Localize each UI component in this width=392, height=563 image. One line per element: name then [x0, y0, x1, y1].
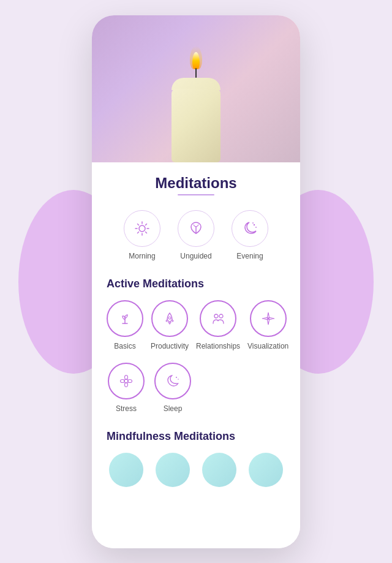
page-title: Meditations — [107, 175, 285, 192]
svg-line-8 — [138, 232, 139, 233]
mindfulness-row — [107, 453, 285, 487]
people-icon — [209, 310, 227, 327]
morning-label: Morning — [129, 252, 155, 260]
morning-icon-circle — [124, 210, 160, 247]
active-item-relationships[interactable]: Relationships — [196, 300, 240, 350]
relationships-icon-circle — [200, 300, 236, 337]
svg-point-9 — [254, 224, 255, 225]
productivity-icon-circle — [151, 300, 188, 337]
active-item-visualization[interactable]: Visualization — [247, 300, 288, 350]
svg-point-13 — [214, 314, 218, 318]
svg-point-0 — [139, 225, 145, 232]
active-item-sleep[interactable]: Sleep — [153, 363, 192, 413]
rocket-icon — [161, 310, 178, 327]
title-underline — [178, 194, 214, 195]
active-item-stress[interactable]: Stress — [107, 363, 146, 413]
mindfulness-item-2[interactable] — [153, 453, 192, 487]
active-meditations-title: Active Meditations — [107, 278, 285, 290]
svg-point-22 — [178, 379, 179, 380]
mindfulness-circle-1 — [109, 453, 143, 487]
active-item-productivity[interactable]: Productivity — [151, 300, 189, 350]
active-item-basics[interactable]: Basics — [107, 300, 143, 350]
mindfulness-item-4[interactable] — [246, 453, 285, 487]
mindfulness-item-1[interactable] — [107, 453, 146, 487]
basics-icon-circle — [107, 300, 143, 337]
active-meditations-row2: Stress Sleep — [107, 363, 285, 413]
svg-point-21 — [176, 377, 177, 378]
visualization-label: Visualization — [247, 342, 288, 350]
stress-icon-circle — [108, 363, 145, 399]
empty-col-3 — [200, 363, 239, 413]
empty-col-4 — [246, 363, 285, 413]
svg-point-15 — [267, 317, 269, 319]
meditation-type-evening[interactable]: Evening — [232, 210, 268, 260]
stress-label: Stress — [116, 404, 137, 413]
unguided-icon-circle — [178, 210, 214, 247]
candle-image — [159, 40, 233, 162]
moon-stars-icon — [241, 220, 258, 237]
productivity-label: Productivity — [151, 342, 189, 350]
svg-line-7 — [146, 224, 147, 225]
plant-icon — [116, 310, 134, 327]
phone-frame: Meditations — [92, 15, 300, 548]
svg-line-6 — [146, 232, 147, 233]
relationships-label: Relationships — [196, 342, 240, 350]
meditation-type-unguided[interactable]: Unguided — [178, 210, 214, 260]
flower-icon — [118, 372, 135, 390]
svg-line-5 — [138, 224, 139, 225]
sleep-icon-circle — [154, 363, 191, 399]
mindfulness-item-3[interactable] — [200, 453, 239, 487]
phone-content: Meditations — [92, 162, 300, 548]
moon-face-icon — [164, 372, 181, 390]
svg-point-12 — [168, 317, 171, 319]
svg-point-14 — [219, 314, 223, 318]
mindfulness-section: Mindfulness Meditations — [107, 430, 285, 487]
sun-icon — [134, 220, 151, 237]
unguided-label: Unguided — [180, 252, 211, 260]
visualization-icon-circle — [250, 300, 287, 337]
svg-point-11 — [252, 222, 254, 224]
mindfulness-title: Mindfulness Meditations — [107, 430, 285, 443]
mindfulness-circle-4 — [249, 453, 283, 487]
meditation-type-morning[interactable]: Morning — [124, 210, 160, 260]
basics-label: Basics — [114, 342, 135, 350]
evening-icon-circle — [232, 210, 268, 247]
sparkle-icon — [260, 310, 277, 327]
meditation-types-row: Morning Unguided — [107, 210, 285, 260]
evening-label: Evening — [236, 252, 263, 260]
sleep-label: Sleep — [164, 404, 183, 413]
mindfulness-circle-3 — [202, 453, 236, 487]
active-meditations-grid: Basics Productivity — [107, 300, 285, 350]
mindfulness-circle-2 — [156, 453, 190, 487]
svg-point-10 — [255, 227, 257, 228]
phone-header — [92, 15, 300, 162]
leaf-icon — [187, 220, 205, 237]
